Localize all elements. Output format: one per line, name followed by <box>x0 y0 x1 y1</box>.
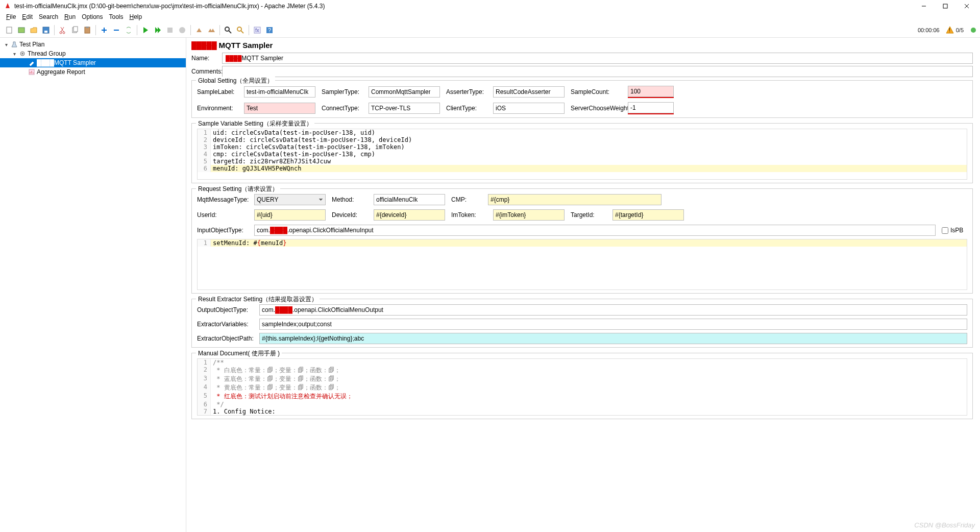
menu-help[interactable]: Help <box>128 13 144 21</box>
name-input[interactable]: ████MQTT Sampler <box>222 53 973 64</box>
output-type-input[interactable]: com.████.openapi.ClickOfficialMenuOutput <box>259 304 967 316</box>
gear-icon <box>19 50 26 57</box>
userid-input[interactable] <box>254 209 326 221</box>
menu-run[interactable]: Run <box>62 13 78 21</box>
method-input[interactable] <box>374 194 445 205</box>
window-title: test-im-officialMenuClk.jmx (D:\00-git-b… <box>14 3 917 10</box>
connect-type-select[interactable]: TCP-over-TLS <box>369 103 440 114</box>
sampler-type-select[interactable]: CommonMqttSampler <box>369 86 440 98</box>
svg-line-20 <box>229 31 231 33</box>
sample-variable-group: Sample Variable Setting（采样变量设置） 1uid: ci… <box>191 123 973 183</box>
minimize-button[interactable] <box>917 2 931 11</box>
warning-icon[interactable]: ! <box>946 26 954 34</box>
reset-search-icon[interactable] <box>235 25 246 36</box>
svg-rect-4 <box>7 27 12 33</box>
input-type-input[interactable]: com.████.openapi.ClickOfficialMenuInput <box>254 225 936 236</box>
menu-tools[interactable]: Tools <box>107 13 125 21</box>
client-type-select[interactable]: iOS <box>493 103 565 114</box>
toggle-icon[interactable] <box>123 25 134 36</box>
sample-count-input[interactable] <box>628 86 674 97</box>
templates-icon[interactable] <box>16 25 27 36</box>
svg-point-30 <box>22 53 23 55</box>
environment-select[interactable]: Test <box>244 103 315 114</box>
toolbar: fx ? 00:00:06 ! 0/5 <box>0 22 980 38</box>
window-titlebar: test-im-officialMenuClk.jmx (D:\00-git-b… <box>0 0 980 12</box>
comments-label: Comments: <box>191 68 222 75</box>
request-setting-group: Request Setting（请求设置） MqttMessageType: Q… <box>191 188 973 294</box>
deviceid-input[interactable] <box>374 209 445 221</box>
request-body-editor[interactable]: 1setMenuId: #{menuId} <box>197 239 967 290</box>
global-setting-group: Global Setting（全局设置） SampleLabel: Sample… <box>191 80 973 118</box>
panel-title: █████MQTT Sampler <box>191 41 973 50</box>
new-icon[interactable] <box>4 25 15 36</box>
open-icon[interactable] <box>28 25 39 36</box>
asserter-type-select[interactable]: ResultCodeAsserter <box>493 86 565 98</box>
menu-search[interactable]: Search <box>37 13 60 21</box>
help-icon[interactable]: ? <box>264 25 275 36</box>
cmp-input[interactable] <box>488 194 662 205</box>
svg-line-22 <box>241 31 243 33</box>
ispb-checkbox[interactable] <box>942 227 948 234</box>
svg-rect-13 <box>86 27 89 28</box>
sample-variable-editor[interactable]: 1uid: circleCsvData(test-im-pocUser-138,… <box>197 129 967 180</box>
beaker-icon <box>11 41 18 48</box>
pipette-icon <box>28 59 35 66</box>
extractor-group: Result Extractor Setting（结果提取器设置） Output… <box>191 299 973 348</box>
name-label: Name: <box>191 55 222 62</box>
targetid-input[interactable] <box>612 209 684 221</box>
manual-doc-viewer[interactable]: 1/** 2 * 白底色：常量：🗐；变量：🗐；函数：🗐； 3 * 蓝底色：常量：… <box>197 358 967 416</box>
tree-thread-group[interactable]: ▾ Thread Group <box>0 49 186 58</box>
menu-options[interactable]: Options <box>80 13 105 21</box>
server-weight-input[interactable] <box>628 102 674 113</box>
svg-rect-1 <box>943 4 947 8</box>
elapsed-time: 00:00:06 <box>918 27 940 33</box>
stop-icon[interactable] <box>164 25 176 36</box>
svg-text:?: ? <box>268 27 271 33</box>
cut-icon[interactable] <box>57 25 68 36</box>
active-threads: 0/5 <box>956 27 964 33</box>
collapse-icon[interactable] <box>111 25 122 36</box>
function-helper-icon[interactable]: fx <box>252 25 263 36</box>
start-no-pause-icon[interactable] <box>152 25 163 36</box>
svg-rect-17 <box>167 28 173 33</box>
svg-rect-7 <box>44 31 47 33</box>
shutdown-icon[interactable] <box>177 25 188 36</box>
svg-rect-11 <box>74 27 78 32</box>
svg-point-18 <box>179 27 185 33</box>
menubar: File Edit Search Run Options Tools Help <box>0 12 980 22</box>
svg-text:fx: fx <box>255 28 259 33</box>
tree-mqtt-sampler[interactable]: ████MQTT Sampler <box>0 58 186 67</box>
clear-icon[interactable] <box>193 25 205 36</box>
app-icon <box>4 3 11 10</box>
thread-status-icon <box>970 27 977 34</box>
tree-test-plan[interactable]: ▾ Test Plan <box>0 40 186 49</box>
close-button[interactable] <box>960 2 974 11</box>
svg-point-19 <box>225 27 229 31</box>
clear-all-icon[interactable] <box>206 25 217 36</box>
extractor-path-input[interactable] <box>259 333 967 344</box>
svg-text:!: ! <box>949 28 950 33</box>
start-icon[interactable] <box>140 25 151 36</box>
save-icon[interactable] <box>40 25 52 36</box>
menu-edit[interactable]: Edit <box>20 13 35 21</box>
expand-icon[interactable] <box>99 25 110 36</box>
report-icon <box>28 68 35 76</box>
manual-doc-group: Manual Document( 使用手册 ) 1/** 2 * 白底色：常量：… <box>191 353 973 419</box>
main-panel: █████MQTT Sampler Name: ████MQTT Sampler… <box>186 38 980 532</box>
search-tree-icon[interactable] <box>223 25 234 36</box>
maximize-button[interactable] <box>938 2 952 11</box>
comments-input[interactable] <box>222 66 973 77</box>
svg-rect-5 <box>18 28 24 33</box>
svg-point-28 <box>971 28 976 33</box>
test-plan-tree[interactable]: ▾ Test Plan ▾ Thread Group ████MQTT Samp… <box>0 38 186 532</box>
copy-icon[interactable] <box>69 25 81 36</box>
extractor-vars-input[interactable] <box>259 319 967 330</box>
tree-aggregate-report[interactable]: Aggregate Report <box>0 67 186 77</box>
svg-point-21 <box>237 27 241 31</box>
menu-file[interactable]: File <box>4 13 18 21</box>
msg-type-select[interactable]: QUERY <box>254 194 326 205</box>
imtoken-input[interactable] <box>493 209 565 221</box>
sample-label-input[interactable] <box>244 86 315 98</box>
watermark: CSDN @BossFriday <box>914 521 975 529</box>
paste-icon[interactable] <box>82 25 93 36</box>
